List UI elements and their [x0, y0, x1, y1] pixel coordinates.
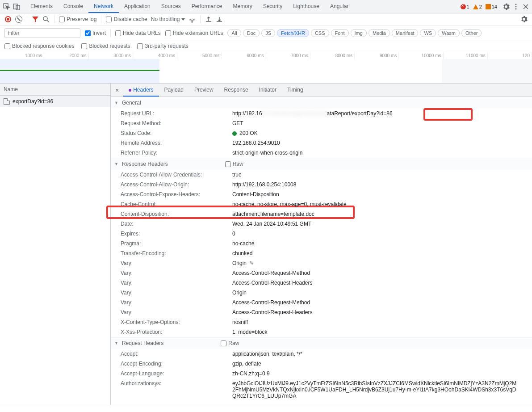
chip-fetchxhr[interactable]: Fetch/XHR — [277, 29, 309, 37]
svg-point-3 — [515, 4, 517, 5]
chip-media[interactable]: Media — [369, 29, 390, 37]
request-row[interactable]: exportDay?id=86 — [0, 96, 110, 107]
timeline-tick: 120 — [488, 52, 532, 59]
chip-wasm[interactable]: Wasm — [438, 29, 460, 37]
upload-har-icon[interactable] — [205, 16, 212, 23]
general-header[interactable]: ▼ General — [111, 97, 532, 109]
edit-icon[interactable]: ✎ — [249, 260, 254, 266]
device-toggle-icon[interactable] — [13, 3, 21, 11]
header-key: Authorizationsys: — [121, 380, 232, 399]
timeline-tick: 4000 ms — [133, 52, 177, 59]
issue-badges[interactable]: 1 2 14 — [461, 4, 498, 9]
tab-memory[interactable]: Memory — [228, 0, 258, 13]
header-row: Accept:application/json, text/plain, */* — [111, 349, 532, 359]
third-party-checkbox[interactable]: 3rd-party requests — [137, 43, 188, 49]
hide-data-urls-checkbox[interactable]: Hide data URLs — [115, 30, 161, 36]
filter-icon[interactable] — [32, 16, 39, 23]
download-har-icon[interactable] — [216, 16, 223, 23]
header-key: Access-Control-Expose-Headers: — [121, 191, 232, 198]
error-count: 1 — [467, 4, 469, 9]
details-tab-timing[interactable]: Timing — [282, 84, 309, 97]
close-icon[interactable] — [522, 3, 529, 10]
tab-elements[interactable]: Elements — [25, 0, 58, 13]
chip-all[interactable]: All — [227, 29, 241, 37]
header-value: Content-Disposition — [232, 191, 532, 198]
details-tab-headers[interactable]: Headers — [123, 84, 159, 97]
throttling-select[interactable]: No throttling — [151, 16, 185, 22]
panel-tabs: ElementsConsoleNetworkApplicationSources… — [25, 0, 354, 13]
search-icon[interactable] — [42, 16, 50, 23]
header-row: Accept-Encoding:gzip, deflate — [111, 359, 532, 369]
chevron-down-icon — [181, 18, 185, 21]
timeline[interactable]: 1000 ms2000 ms3000 ms4000 ms5000 ms6000 … — [0, 52, 532, 84]
invert-checkbox[interactable]: Invert — [85, 30, 106, 36]
tab-application[interactable]: Application — [119, 0, 156, 13]
chip-manifest[interactable]: Manifest — [392, 29, 419, 37]
details-tab-preview[interactable]: Preview — [189, 84, 219, 97]
header-value: application/json, text/plain, */* — [232, 351, 532, 357]
clear-icon[interactable] — [15, 16, 22, 23]
details-tab-initiator[interactable]: Initiator — [254, 84, 282, 97]
tab-sources[interactable]: Sources — [156, 0, 186, 13]
header-row: Content-Disposition:attachment;filename=… — [111, 209, 532, 219]
raw-toggle[interactable]: Raw — [221, 340, 239, 346]
blocked-cookies-checkbox[interactable]: Blocked response cookies — [4, 43, 74, 49]
header-value: 200 OK — [232, 130, 532, 136]
header-value: eyJhbGciOiJIUzUxMiJ9.eyJ1c2VyTmFtZSI6InN… — [232, 380, 532, 399]
record-icon[interactable] — [4, 16, 12, 23]
details-tab-payload[interactable]: Payload — [159, 84, 189, 97]
svg-point-4 — [515, 6, 517, 7]
header-value: true — [232, 172, 532, 178]
raw-toggle[interactable]: Raw — [225, 161, 243, 167]
network-conditions-icon[interactable] — [189, 16, 196, 23]
filter-input[interactable] — [4, 28, 80, 38]
header-key: Vary: — [121, 280, 232, 286]
request-headers-section: ▼ Request Headers Raw Accept:application… — [111, 337, 532, 401]
timeline-tick: 7000 ms — [266, 52, 310, 59]
more-icon[interactable] — [512, 3, 519, 10]
devtools-topbar: ElementsConsoleNetworkApplicationSources… — [0, 0, 532, 13]
header-row: Date:Wed, 24 Jan 2024 10:49:51 GMT — [111, 219, 532, 229]
preserve-log-checkbox[interactable]: Preserve log — [59, 16, 96, 22]
settings-icon[interactable] — [503, 3, 510, 10]
tab-lighthouse[interactable]: Lighthouse — [288, 0, 325, 13]
chip-other[interactable]: Other — [461, 29, 482, 37]
header-row: Request Method:GET — [111, 118, 532, 128]
tab-console[interactable]: Console — [58, 0, 88, 13]
request-list: Name exportDay?id=86 — [0, 84, 111, 405]
header-key: Pragma: — [121, 240, 232, 247]
tab-angular[interactable]: Angular — [325, 0, 354, 13]
request-name: exportDay?id=86 — [13, 98, 53, 105]
chip-font[interactable]: Font — [331, 29, 349, 37]
timeline-tick: 9000 ms — [355, 52, 399, 59]
header-row: Pragma:no-cache — [111, 239, 532, 248]
chip-doc[interactable]: Doc — [243, 29, 260, 37]
header-value: no-cache, no-store, max-age=0, must-reva… — [232, 201, 532, 207]
status-dot-icon — [232, 131, 237, 136]
header-key: Accept-Language: — [121, 370, 232, 377]
svg-point-5 — [515, 8, 517, 9]
chip-css[interactable]: CSS — [311, 29, 329, 37]
disable-cache-checkbox[interactable]: Disable cache — [106, 16, 147, 22]
header-row: Request URL:http://192.168.0.254:9010/ap… — [111, 109, 532, 118]
header-value: 192.168.0.254:9010 — [232, 140, 532, 146]
details-tab-response[interactable]: Response — [219, 84, 254, 97]
tab-network[interactable]: Network — [88, 0, 119, 13]
chip-js[interactable]: JS — [261, 29, 275, 37]
request-list-header[interactable]: Name — [0, 84, 110, 96]
inspect-icon[interactable] — [3, 3, 11, 11]
details-close-icon[interactable]: × — [111, 84, 123, 97]
hide-ext-urls-checkbox[interactable]: Hide extension URLs — [165, 30, 223, 36]
panel-settings-icon[interactable] — [520, 16, 528, 23]
file-icon — [4, 98, 10, 105]
chip-img[interactable]: Img — [351, 29, 367, 37]
chip-ws[interactable]: WS — [420, 29, 436, 37]
filter-bar-2: Blocked response cookies Blocked request… — [0, 41, 532, 52]
tab-performance[interactable]: Performance — [186, 0, 228, 13]
header-value: Access-Control-Request-Headers — [232, 309, 532, 315]
blocked-requests-checkbox[interactable]: Blocked requests — [81, 43, 130, 49]
response-headers-header[interactable]: ▼ Response Headers Raw — [111, 158, 532, 170]
dock-controls — [3, 3, 22, 11]
tab-security[interactable]: Security — [258, 0, 288, 13]
request-headers-header[interactable]: ▼ Request Headers Raw — [111, 337, 532, 349]
